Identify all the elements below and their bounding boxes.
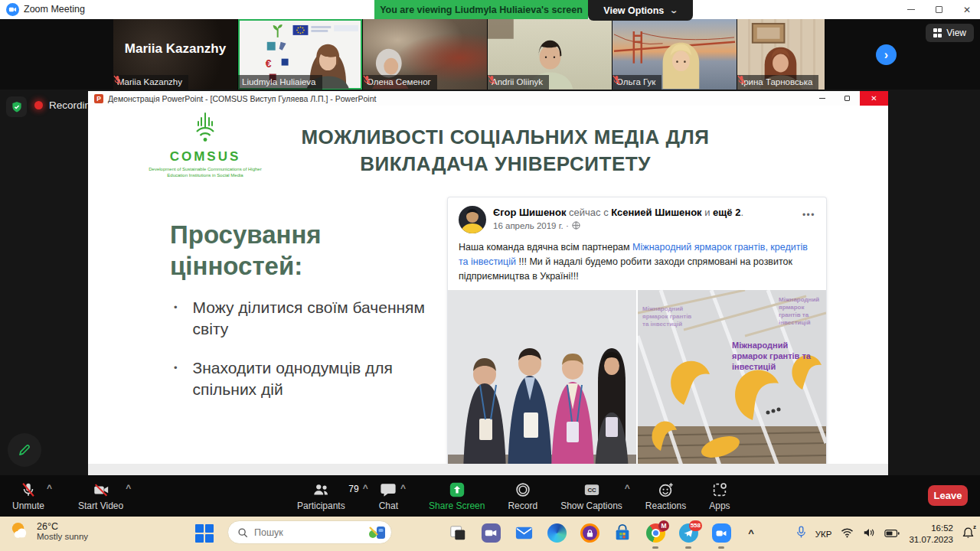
teams-chat-button[interactable] (481, 523, 501, 543)
next-participants-button[interactable]: › (876, 44, 897, 65)
facebook-post-header: Єгор Шишенок сейчас с Ксенией Шишенок и … (448, 197, 826, 238)
chat-button[interactable]: Chat ^ (379, 481, 398, 511)
chevron-up-icon[interactable]: ^ (625, 483, 630, 494)
leave-button[interactable]: Leave (928, 485, 968, 506)
reactions-smiley-icon (658, 481, 675, 499)
svg-text:CC: CC (587, 487, 596, 494)
volume-icon[interactable] (863, 527, 875, 541)
search-highlight-art (368, 523, 388, 542)
taskbar-overflow-button[interactable]: ^ (744, 523, 758, 543)
zoom-app-button[interactable] (711, 523, 731, 543)
microsoft-store-button[interactable] (612, 523, 632, 543)
annotate-button[interactable] (8, 433, 41, 467)
ppt-minimize-button (809, 91, 835, 106)
search-input[interactable] (254, 527, 362, 538)
maximize-button[interactable] (936, 6, 942, 13)
running-indicator (652, 546, 658, 549)
show-captions-button[interactable]: CC Show Captions ^ (560, 481, 622, 511)
participant-tile-andrii[interactable]: Andrii Oliinyk (488, 19, 612, 90)
powerpoint-window: P Демонстрація PowerPoint - [COMSUS Вист… (88, 91, 888, 475)
avast-lock-icon (580, 523, 599, 543)
ppt-close-button: ✕ (860, 91, 888, 106)
participant-name-label: Ірина Тарновська (737, 75, 818, 90)
banner-caption: Міжнародний ярмарок грантів та інвестиці… (732, 341, 812, 372)
time: 16:52 (909, 523, 953, 534)
chrome-notification-badge: M (658, 520, 669, 531)
photo-yellow-banners: Міжнародний ярмарок грантів та інвестиці… (638, 290, 826, 472)
chevron-up-icon: ^ (748, 527, 754, 539)
recording-indicator: Recording (34, 99, 96, 111)
running-indicator (685, 546, 691, 549)
slide-bullets: • Можу ділитися своїм баченням світу • З… (174, 297, 442, 417)
tray-mic-icon[interactable] (796, 526, 806, 542)
powerpoint-titlebar: P Демонстрація PowerPoint - [COMSUS Вист… (88, 91, 888, 106)
apps-icon (711, 481, 728, 499)
telegram-button[interactable]: 558 (678, 523, 698, 543)
captions-icon: CC (583, 481, 601, 499)
chevron-up-icon[interactable]: ^ (47, 483, 52, 494)
chevron-up-icon[interactable]: ^ (363, 483, 368, 494)
view-layout-button[interactable]: View (926, 24, 974, 42)
participant-tile-liudmyla[interactable]: € Liudmyla Huliaieva (238, 19, 363, 90)
participants-icon: 79 (311, 481, 331, 499)
bullet-item: • Знаходити однодумців для спільних дій (174, 357, 442, 401)
participant-tile-olga[interactable]: Ольга Гук (612, 19, 737, 90)
apps-button[interactable]: Apps (709, 481, 730, 511)
powerpoint-window-title: Демонстрація PowerPoint - [COMSUS Виступ… (108, 94, 376, 103)
edge-browser-button[interactable] (547, 523, 567, 543)
slide-title: МОЖЛИВОСТІ СОЦІАЛЬНИХ МЕДІА ДЛЯ ВИКЛАДАЧ… (276, 124, 735, 178)
battery-icon[interactable] (884, 527, 900, 541)
more-options-icon: ••• (802, 210, 815, 220)
chrome-button[interactable]: M (645, 523, 665, 543)
window-titlebar: Zoom Meeting You are viewing Liudmyla Hu… (0, 0, 980, 19)
participant-name-label: Andrii Oliinyk (488, 75, 549, 90)
viewing-banner: You are viewing Liudmyla Huliaieva's scr… (374, 0, 588, 19)
security-shield-icon[interactable] (6, 96, 27, 117)
video-off-icon (92, 481, 110, 499)
task-view-button[interactable] (448, 523, 468, 543)
recording-dot-icon (34, 101, 43, 109)
minimize-button[interactable] (907, 9, 915, 10)
facebook-post-screenshot: Єгор Шишенок сейчас с Ксенией Шишенок и … (448, 197, 826, 472)
clock[interactable]: 16:52 31.07.2023 (909, 523, 953, 546)
view-options-button[interactable]: View Options ⌄ (588, 0, 693, 21)
record-button[interactable]: Record (508, 481, 537, 511)
participant-tile-olena[interactable]: Олена Семеног (363, 19, 488, 90)
mail-button[interactable] (514, 523, 534, 543)
wifi-icon[interactable] (841, 527, 854, 541)
participant-tile-mariia[interactable]: Mariia Kazanzhy Mariia Kazanzhy (113, 19, 238, 90)
share-screen-button[interactable]: Share Screen (429, 481, 485, 511)
share-screen-icon (449, 481, 466, 499)
chevron-up-icon[interactable]: ^ (400, 483, 406, 494)
running-indicator (718, 546, 724, 549)
participants-button[interactable]: 79 Participants ^ (297, 481, 345, 511)
bullet-icon: • (174, 297, 178, 341)
taskbar-search[interactable] (227, 520, 392, 544)
weather-condition: Mostly sunny (37, 532, 88, 541)
notification-bell-icon[interactable]: z (962, 527, 974, 542)
start-button[interactable] (194, 523, 214, 543)
presentation-slide: COMSUS Development of Sustainable Commun… (88, 106, 888, 475)
weather-widget[interactable]: 26°C Mostly sunny (9, 520, 88, 541)
participant-name-label: Олена Семеног (363, 75, 437, 90)
windows-taskbar: 26°C Mostly sunny (0, 517, 980, 551)
chevron-up-icon[interactable]: ^ (126, 483, 131, 494)
start-video-button[interactable]: Start Video ^ (78, 481, 123, 511)
record-icon (514, 481, 531, 499)
avatar (459, 206, 486, 233)
unmute-button[interactable]: Unmute ^ (12, 481, 44, 511)
participant-display-name: Mariia Kazanzhy (113, 19, 237, 79)
chevron-down-icon: ⌄ (670, 6, 679, 15)
facebook-post-byline: Єгор Шишенок сейчас с Ксенией Шишенок и … (493, 207, 743, 220)
participant-tile-iryna[interactable]: Ірина Тарновська (737, 19, 825, 90)
video-strip: Mariia Kazanzhy Mariia Kazanzhy € (0, 19, 980, 90)
avast-browser-button[interactable] (580, 523, 599, 543)
participant-name-label: Mariia Kazanzhy (113, 75, 188, 90)
close-button[interactable]: ✕ (963, 5, 971, 15)
task-view-icon (449, 524, 467, 543)
participants-count: 79 (348, 484, 358, 494)
reactions-button[interactable]: Reactions (645, 481, 686, 511)
language-indicator[interactable]: УКР (815, 530, 832, 539)
zoom-meeting-window: Zoom Meeting You are viewing Liudmyla Hu… (0, 0, 980, 551)
temperature: 26°C (37, 521, 88, 532)
